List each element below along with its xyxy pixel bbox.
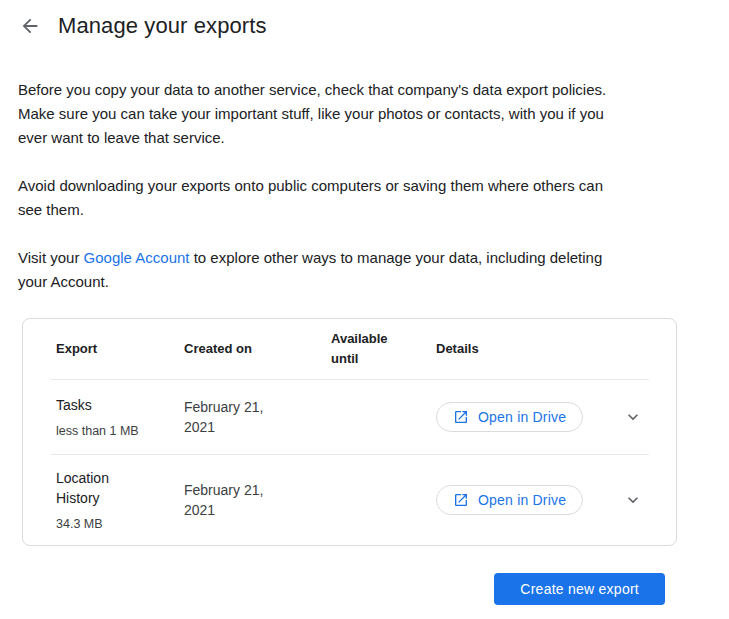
open-in-new-icon xyxy=(453,492,469,508)
intro-paragraph-3: Visit your Google Account to explore oth… xyxy=(18,246,670,294)
export-size: 34.3 MB xyxy=(56,517,184,532)
created-on-value: February 21, 2021 xyxy=(184,480,331,520)
intro-text: Before you copy your data to another ser… xyxy=(18,78,670,294)
page-footer: Create new export xyxy=(0,573,729,605)
open-in-drive-button[interactable]: Open in Drive xyxy=(436,402,583,432)
exports-card: Export Created on Available until Detail… xyxy=(22,318,677,546)
table-row: Location History 34.3 MB February 21, 20… xyxy=(23,455,676,545)
expand-row-button[interactable] xyxy=(621,488,645,512)
arrow-back-icon xyxy=(19,15,41,37)
open-in-drive-label: Open in Drive xyxy=(478,492,566,508)
table-row: Tasks less than 1 MB February 21, 2021 O… xyxy=(23,380,676,454)
create-new-export-button[interactable]: Create new export xyxy=(494,573,665,605)
chevron-down-icon xyxy=(623,407,643,427)
open-in-drive-button[interactable]: Open in Drive xyxy=(436,485,583,515)
page-title: Manage your exports xyxy=(58,13,267,39)
back-button[interactable] xyxy=(18,14,42,38)
column-header-available-until: Available until xyxy=(331,329,436,369)
export-name: Tasks xyxy=(56,395,184,415)
intro-paragraph-2: Avoid downloading your exports onto publ… xyxy=(18,174,670,222)
export-size: less than 1 MB xyxy=(56,424,184,439)
open-in-drive-label: Open in Drive xyxy=(478,409,566,425)
intro-paragraph-3-prefix: Visit your xyxy=(18,249,84,266)
google-account-link[interactable]: Google Account xyxy=(84,249,190,266)
column-header-export: Export xyxy=(56,339,184,359)
page-header: Manage your exports xyxy=(0,0,729,42)
expand-row-button[interactable] xyxy=(621,405,645,429)
intro-paragraph-1: Before you copy your data to another ser… xyxy=(18,78,670,150)
chevron-down-icon xyxy=(623,490,643,510)
open-in-new-icon xyxy=(453,409,469,425)
created-on-value: February 21, 2021 xyxy=(184,397,331,437)
export-name: Location History xyxy=(56,468,184,508)
column-header-created-on: Created on xyxy=(184,339,331,359)
table-header-row: Export Created on Available until Detail… xyxy=(23,319,676,379)
column-header-details: Details xyxy=(436,339,649,359)
